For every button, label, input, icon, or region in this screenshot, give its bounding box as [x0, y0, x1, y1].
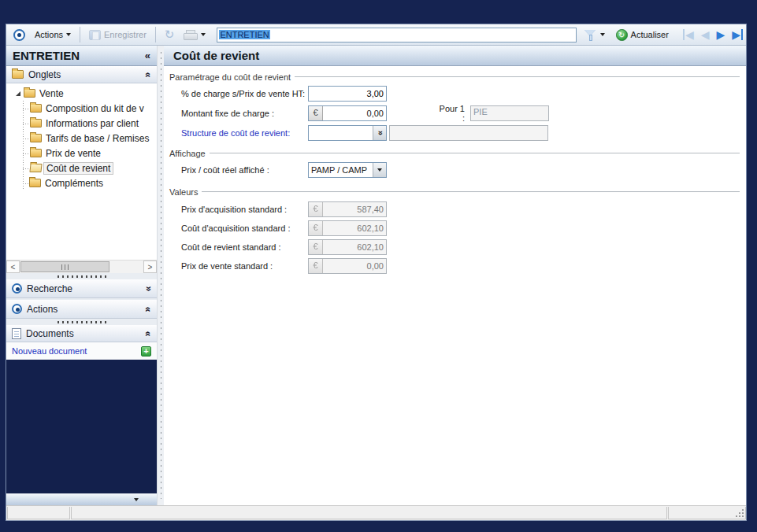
main-panel: Coût de revient Paramétrage du coût de r… — [164, 46, 746, 505]
structure-cout-link[interactable]: Structure de coût de revient: — [181, 128, 308, 138]
prix-acquisition-value: 587,40 — [323, 205, 386, 214]
sidebar-filler — [6, 360, 157, 493]
structure-cout-detail-field — [389, 125, 548, 141]
montant-fixe-value[interactable]: 0,00 — [323, 109, 386, 118]
chevron-down-icon — [201, 33, 206, 36]
tree-expand-icon[interactable] — [16, 91, 20, 96]
structure-cout-combo[interactable]: « — [308, 125, 387, 141]
last-record-button[interactable]: ▶ — [732, 29, 743, 40]
tree-item-composition-kit[interactable]: Composition du kit de v — [6, 101, 157, 116]
valeur-row: Prix d'acquisition standard : € 587,40 — [169, 200, 740, 219]
collapse-panel-icon[interactable]: « — [143, 331, 154, 336]
new-document-link[interactable]: Nouveau document — [12, 346, 87, 356]
tree-item-prix-vente[interactable]: Prix de vente — [6, 146, 157, 161]
folder-icon — [30, 104, 42, 113]
pour-1-label: Pour 1 : — [436, 104, 468, 123]
filter-icon[interactable] — [584, 29, 596, 40]
cout-revient-field: € 602,10 — [308, 239, 387, 255]
actions-menu-label: Actions — [35, 30, 63, 39]
scroll-left-button[interactable]: < — [6, 260, 20, 273]
record-search-input[interactable]: ENTRETIEN — [217, 28, 576, 42]
scrollbar-grip-icon — [61, 264, 69, 270]
tree-item-informations-client[interactable]: Informations par client — [6, 116, 157, 131]
status-cell-left — [7, 507, 70, 519]
collapse-panel-icon[interactable]: « — [143, 72, 154, 77]
tree-connector — [23, 168, 28, 169]
refresh-button[interactable]: ↻ — [160, 28, 180, 42]
actualiser-icon: ↻ — [616, 29, 628, 41]
save-icon — [89, 30, 101, 40]
scroll-right-button[interactable]: > — [143, 260, 157, 273]
panel-actions-label: Actions — [27, 304, 58, 315]
toolbar-separator — [80, 27, 80, 42]
cout-acquisition-value: 602,10 — [323, 224, 386, 233]
save-button-label: Enregistrer — [104, 30, 147, 39]
actualiser-button[interactable]: ↻ Actualiser — [611, 28, 674, 42]
expand-panel-icon[interactable]: « — [143, 286, 154, 291]
refresh-icon: ↻ — [165, 29, 175, 40]
panel-drag-handle[interactable] — [6, 273, 157, 279]
cout-acquisition-label: Coût d'acquisition standard : — [181, 224, 308, 233]
panel-drag-handle[interactable] — [6, 319, 157, 325]
prix-acquisition-field: € 587,40 — [308, 201, 387, 217]
tree-connector — [23, 153, 28, 154]
folder-icon — [29, 179, 41, 187]
previous-record-button[interactable]: ◀ — [701, 29, 710, 40]
filter-options-button[interactable] — [596, 31, 610, 38]
sidebar-header: ENTRETIEN « — [6, 46, 157, 66]
prix-affiche-label: Prix / coût réel affiché : — [181, 165, 308, 175]
first-record-button[interactable]: ◀ — [683, 29, 694, 40]
sidebar-overflow-bar[interactable] — [6, 493, 157, 505]
next-record-button[interactable]: ▶ — [716, 29, 725, 40]
group-valeurs-legend: Valeurs — [169, 187, 198, 197]
folder-icon — [24, 89, 35, 98]
tree-item-complements[interactable]: Compléments — [6, 175, 157, 190]
euro-button: € — [309, 202, 323, 216]
tree-item-label: Compléments — [45, 178, 103, 189]
tree-item-label-selected: Coût de revient — [43, 162, 113, 175]
scrollbar-track[interactable] — [20, 260, 143, 273]
folder-icon — [12, 70, 24, 79]
scrollbar-thumb[interactable] — [20, 261, 109, 272]
prix-vente-label: Prix de vente standard : — [181, 261, 308, 271]
group-parametrage: Paramétrage du coût de revient — [169, 71, 740, 83]
pct-charge-input[interactable] — [308, 86, 387, 102]
prix-affiche-select[interactable]: PAMP / CAMP — [308, 162, 387, 178]
tree-item-cout-revient[interactable]: Coût de revient — [6, 161, 157, 175]
panel-header-recherche[interactable]: Recherche « — [6, 279, 157, 298]
collapse-panel-icon[interactable]: « — [143, 306, 154, 312]
open-folder-icon — [29, 164, 42, 172]
tree-item-tarifs-remises[interactable]: Tarifs de base / Remises — [6, 131, 157, 146]
add-document-button[interactable]: + — [141, 346, 151, 357]
panel-header-actions[interactable]: Actions « — [6, 300, 157, 319]
chevron-down-icon — [377, 168, 382, 172]
chevron-double-down-icon: « — [375, 130, 384, 135]
sidebar-splitter[interactable] — [157, 46, 164, 505]
new-document-row: Nouveau document + — [6, 342, 157, 360]
tree-horizontal-scrollbar[interactable]: < > — [6, 260, 157, 273]
actions-menu-button[interactable]: Actions — [30, 28, 76, 41]
combo-double-chevron-button[interactable]: « — [373, 126, 386, 140]
combo-dropdown-button[interactable] — [373, 163, 386, 177]
print-options-button[interactable] — [201, 31, 210, 38]
tree-item-vente[interactable]: Vente — [6, 86, 157, 101]
panel-header-onglets[interactable]: Onglets « — [6, 66, 157, 83]
group-parametrage-legend: Paramétrage du coût de revient — [169, 72, 291, 82]
euro-button[interactable]: € — [309, 106, 323, 120]
collapse-sidebar-button[interactable]: « — [145, 50, 150, 61]
print-button[interactable] — [179, 28, 201, 42]
panel-header-documents[interactable]: Documents « — [6, 325, 157, 342]
chevron-down-icon — [600, 33, 605, 36]
folder-icon — [30, 149, 42, 157]
tree-connector — [23, 139, 28, 139]
page-title: Coût de revient — [164, 46, 746, 66]
tree-item-label: Tarifs de base / Remises — [46, 133, 149, 144]
save-button[interactable]: Enregistrer — [84, 28, 151, 42]
resize-grip-icon[interactable] — [742, 515, 744, 517]
valeur-row: Coût de revient standard : € 602,10 — [169, 238, 740, 257]
tree-connector — [23, 109, 28, 109]
tree-connector — [23, 124, 28, 124]
tree-item-label: Composition du kit de v — [46, 103, 144, 114]
record-target-icon — [13, 29, 25, 41]
panel-documents-label: Documents — [26, 328, 74, 339]
